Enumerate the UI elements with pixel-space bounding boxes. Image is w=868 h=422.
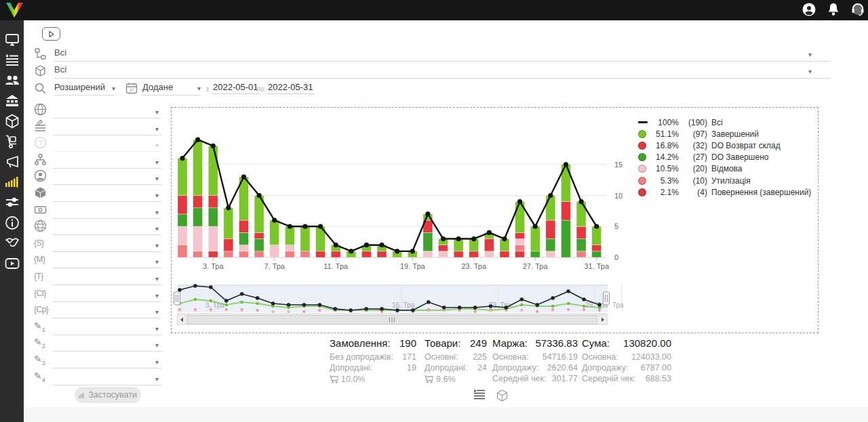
chevron-down-icon: ▾ [155,125,159,133]
legend-item[interactable]: 51.1% (97) Завершений [638,128,813,140]
date-field-value: Додане [142,82,173,92]
chevron-down-icon: ▾ [155,225,159,232]
sidebar-item-marketing-megaphone[interactable] [5,154,20,169]
chevron-down-icon: ▾ [155,192,159,199]
svg-text:5: 5 [614,222,618,230]
filter-select[interactable]: ▾ [53,320,161,335]
orders-statistics-page: Всі ▾ Всі ▾ Розширений ▾ 17 [0,0,868,422]
legend-item[interactable]: 5.3% (10) Утилізація [638,175,813,186]
bottom-strip [24,407,868,422]
account-icon[interactable] [802,2,818,18]
chart-panel: 0510153. Тра7. Тра11. Тра19. Тра23. Тра2… [171,107,818,333]
sidebar-item-info[interactable] [5,215,20,230]
scope-cp-icon: {Cp} [34,303,47,316]
navigator-left-handle[interactable] [174,292,180,305]
topbar [0,0,868,20]
sidebar-item-statistics-chart[interactable] [5,175,20,190]
legend-percent: 14.2% [650,152,679,162]
filter-select[interactable]: ▾ [53,236,161,252]
filter-select[interactable]: ▾ [53,120,161,135]
pen-lines-icon [34,120,47,133]
legend-dot-marker [638,165,646,173]
cube-icon [34,186,47,199]
chart-legend: 100% (190) Всі 51.1% (97) Завершений 16.… [638,117,813,198]
legend-item[interactable]: 100% (190) Всі [638,117,813,128]
list-view-icon[interactable] [473,389,486,400]
stat-column: Маржа:57336.83Основна:54716.19Допродажу:… [492,337,578,385]
sidebar-item-desktop[interactable] [5,33,20,47]
filter-select[interactable]: ▾ [53,270,161,285]
filter-select[interactable]: ▾ [53,353,161,368]
stat-column: Сума:130820.00Основна:124033.00Допродажу… [582,337,671,385]
chevron-down-icon: ▾ [155,142,159,149]
chevron-down-icon: ▾ [155,209,159,216]
filter-select[interactable]: ▾ [53,253,161,268]
chevron-down-icon: ▾ [155,108,159,116]
notifications-bell-icon[interactable] [826,2,842,18]
globe-grid-icon [34,219,47,232]
sidebar-item-customers[interactable] [5,73,20,88]
legend-dot-marker [638,153,646,161]
stat-subrow: Середній чек:301.77 [492,374,578,385]
stat-column: Замовлення:190Без допродажів:171Допродан… [330,337,416,385]
navigator-right-handle[interactable] [604,292,610,305]
date-from-input[interactable]: 2022-05-01 [212,82,260,94]
search-mode-select[interactable]: Розширений ▾ [54,82,115,96]
filter-select[interactable]: ▾ [53,136,161,152]
legend-percent: 100% [650,118,679,127]
sidebar-item-partners-handshake[interactable] [5,236,20,251]
cart-icon [330,375,338,383]
filter-select[interactable]: ▾ [53,186,161,202]
filter-select[interactable]: ▾ [53,219,161,235]
filter-select[interactable]: ▾ [53,370,161,385]
support-headset-icon[interactable] [850,2,867,18]
filter-select[interactable]: ▾ [53,287,161,302]
filter-select[interactable]: ▾ [53,203,161,219]
play-tutorial-button[interactable] [42,27,60,41]
svg-text:16. Тра: 16. Тра [392,301,415,309]
legend-count: (10) [684,176,707,186]
stat-title: Товари:249 [425,337,487,352]
filter-select[interactable]: ▾ [53,103,161,119]
status-tree-icon [34,47,47,60]
chevron-down-icon: ▾ [112,85,115,92]
app-logo-icon[interactable] [5,1,24,19]
legend-count: (20) [684,164,707,173]
svg-text:17: 17 [130,88,134,92]
filter-select[interactable]: ▾ [53,169,161,185]
stat-subrow: Середній чек:688.53 [582,374,671,385]
sidebar-item-video-tutorial[interactable] [5,256,20,271]
chevron-down-icon: ▾ [155,325,159,333]
legend-item[interactable]: 14.2% (27) DO Завершено [638,152,813,163]
legend-dot-marker [638,177,646,185]
legend-dot-marker [638,188,646,196]
account-circle-icon [34,169,47,182]
date-to-input[interactable]: 2022-05-31 [267,82,315,94]
filter-select[interactable]: ▾ [53,336,161,352]
pencil-1-icon: ✎1 [34,320,47,333]
scope-ct-icon: {Ct} [34,287,47,299]
legend-line-marker [638,121,648,123]
legend-item[interactable]: 2.1% (4) Повернення (завершений) [638,186,813,198]
legend-item[interactable]: 10.5% (20) Відмова [638,163,813,175]
apply-filters-label: Застосувати [88,390,137,400]
sidebar-item-products-box[interactable] [5,114,20,129]
sidebar-item-orders-list[interactable] [5,53,20,68]
sidebar-item-warehouse[interactable] [5,93,20,108]
money-icon [34,203,47,216]
app-sidebar [0,20,24,422]
apply-filters-button[interactable]: Застосувати [75,387,141,403]
sidebar-item-settings-sliders[interactable] [5,195,20,210]
cube-view-icon[interactable] [496,389,508,402]
legend-percent: 16.8% [650,141,679,150]
product-select[interactable]: Всі ▾ [54,64,831,79]
filter-select[interactable]: ▾ [53,153,161,169]
chevron-down-icon: ▾ [155,308,159,316]
status-group-select[interactable]: Всі ▾ [54,47,831,62]
filter-select[interactable]: ▾ [53,303,161,318]
date-field-select[interactable]: Додане ▾ [142,82,201,96]
legend-item[interactable]: 16.8% (32) DO Возврат склад [638,140,813,151]
stat-title: Маржа:57336.83 [492,337,578,352]
sidebar-item-supply-dolly[interactable] [5,134,20,149]
legend-percent: 5.3% [650,176,679,186]
